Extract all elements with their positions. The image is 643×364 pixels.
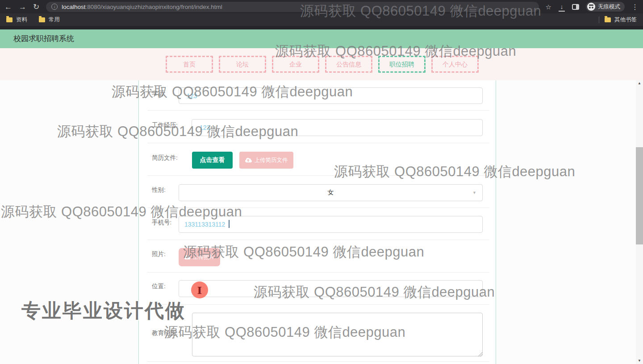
other-bookmarks-label: 其他书签 (614, 16, 637, 24)
back-icon[interactable]: ← (4, 3, 12, 11)
tab-forum[interactable]: 论坛 (219, 56, 266, 73)
tab-job-recruitment[interactable]: 职位招聘 (378, 56, 426, 73)
folder-icon (6, 17, 13, 22)
bookmarks-bar: 资料 常用 其他书签 (0, 13, 643, 26)
education-level-label: 学历: (152, 89, 166, 98)
phone-input[interactable] (179, 216, 483, 233)
page-info-icon[interactable]: i (51, 4, 58, 10)
forward-icon[interactable]: → (19, 3, 26, 11)
tab-announcements[interactable]: 公告信息 (325, 56, 372, 73)
row-divider (147, 272, 489, 273)
folder-icon (605, 17, 611, 22)
bookmark-folder-2[interactable]: 常用 (39, 16, 60, 24)
download-icon[interactable]: ↓ (558, 4, 565, 10)
chrome-bottom-strip (0, 26, 643, 29)
row-divider (147, 110, 489, 111)
bookmark-label: 资料 (16, 16, 27, 24)
view-resume-button[interactable]: 点击查看 (192, 152, 233, 169)
education-experience-textarea[interactable] (192, 313, 483, 356)
main-nav: 首页 论坛 企业 公告信息 职位招聘 个人中心 (0, 48, 643, 80)
content-area: 学历: 工作经历: 简历文件: 点击查看 上传简历文件 性别: 女 ▼ 手机号: (0, 80, 643, 364)
other-bookmarks[interactable]: 其他书签 (605, 16, 637, 24)
profile-form-panel: 学历: 工作经历: 简历文件: 点击查看 上传简历文件 性别: 女 ▼ 手机号: (138, 80, 496, 364)
resize-handle[interactable] (478, 352, 482, 356)
tab-enterprise[interactable]: 企业 (272, 56, 319, 73)
url-path: :8080/xiaoyuanqiuzhizhaopinxitong/front/… (86, 4, 222, 10)
gender-select[interactable]: 女 ▼ (179, 184, 483, 201)
upload-photo-button[interactable]: 上传照片 (179, 248, 220, 266)
menu-icon[interactable]: ⋮ (631, 3, 639, 11)
scrollbar-thumb[interactable] (636, 147, 643, 244)
photo-label: 照片: (152, 250, 166, 259)
bookmark-label: 常用 (49, 16, 60, 24)
bookmark-folder-1[interactable]: 资料 (6, 16, 27, 24)
side-panel-icon[interactable] (572, 4, 579, 10)
browser-window: ← → ↻ i localhost:8080/xiaoyuanqiuzhizha… (0, 0, 643, 364)
row-divider (147, 361, 489, 362)
upload-resume-label: 上传简历文件 (255, 157, 288, 164)
row-divider (147, 207, 489, 208)
folder-icon (39, 17, 45, 22)
ibeam-cursor-icon: I (197, 285, 202, 295)
cloud-upload-icon (245, 157, 252, 163)
page-title: 校园求职招聘系统 (13, 29, 74, 48)
url-bar[interactable]: i localhost:8080/xiaoyuanqiuzhizhaopinxi… (46, 2, 539, 12)
phone-label: 手机号: (152, 218, 171, 227)
scroll-down-icon[interactable]: ▼ (636, 358, 643, 364)
browser-toolbar: ← → ↻ i localhost:8080/xiaoyuanqiuzhizha… (0, 0, 643, 13)
gender-label: 性别: (152, 186, 166, 194)
incognito-icon (587, 3, 595, 11)
cloud-upload-icon (184, 255, 190, 260)
scrollbar[interactable]: ▲ ▼ (636, 80, 643, 364)
row-divider (147, 304, 489, 305)
resume-file-label: 简历文件: (152, 153, 178, 162)
incognito-label: 无痕模式 (598, 3, 620, 11)
url-text: localhost:8080/xiaoyuanqiuzhizhaopinxito… (62, 3, 222, 11)
scroll-up-icon[interactable]: ▲ (636, 81, 643, 86)
chevron-down-icon: ▼ (472, 190, 476, 195)
education-level-input[interactable] (179, 87, 483, 104)
bookmarks-right: 其他书签 (599, 16, 637, 24)
location-input[interactable] (179, 280, 483, 297)
app-header: 校园求职招聘系统 (0, 29, 643, 48)
row-divider (147, 240, 489, 240)
bookmark-star-icon[interactable]: ☆ (546, 4, 551, 10)
text-cursor (229, 220, 230, 228)
reload-icon[interactable]: ↻ (33, 3, 39, 11)
gender-value: 女 (328, 189, 334, 197)
education-experience-label: 教育经历: (152, 329, 178, 338)
incognito-badge: 无痕模式 (586, 2, 625, 12)
work-experience-label: 工作经历: (152, 121, 178, 130)
row-divider (147, 143, 489, 143)
row-divider (147, 175, 489, 176)
upload-photo-label: 上传照片 (193, 253, 214, 261)
divider (599, 17, 599, 23)
ibeam-cursor-highlight: I (191, 281, 208, 298)
upload-resume-button[interactable]: 上传简历文件 (239, 152, 293, 169)
tab-home[interactable]: 首页 (166, 56, 213, 73)
tab-personal-center[interactable]: 个人中心 (431, 56, 479, 73)
url-host: localhost (62, 4, 85, 10)
location-label: 位置: (152, 282, 166, 291)
work-experience-input[interactable] (192, 119, 483, 136)
